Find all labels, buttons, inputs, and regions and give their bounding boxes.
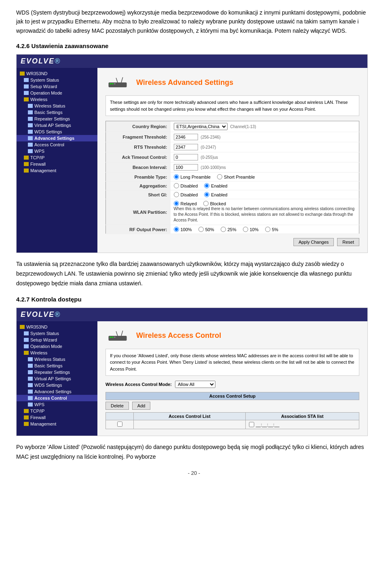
sidebar-tcpip-2[interactable]: TCP/IP (17, 408, 97, 414)
sidebar-wps-1[interactable]: WPS (17, 148, 97, 154)
aggregation-disabled-label[interactable]: Disabled (174, 183, 198, 188)
label-rts: RTS Threshold: (106, 142, 171, 152)
evolve-logo-2: EVOLVE® (21, 310, 61, 319)
doc-icon (28, 130, 33, 134)
sidebar-operation-mode-1[interactable]: Operation Mode (17, 90, 97, 96)
doc-icon (28, 136, 33, 140)
sidebar-setup-wizard-1[interactable]: Setup Wizard (17, 83, 97, 90)
ac-mode-select[interactable]: Allow All (175, 381, 215, 388)
sidebar-wireless-2[interactable]: Wireless (17, 350, 97, 356)
ac-mode-label: Wireless Access Control Mode: (105, 382, 172, 387)
preamble-long-label[interactable]: Long Preamble (174, 174, 211, 179)
rf-50-radio[interactable] (198, 227, 204, 232)
advanced-settings-screenshot: EVOLVE® WR353ND System Status Setup Wiza… (16, 54, 368, 253)
para-1: Ta ustawienia są przeznaczone tylko dla … (16, 259, 372, 288)
table-row-rf: RF Output Power: 100% 50% 25% (106, 225, 359, 234)
value-fragment: (256-2346) (171, 132, 359, 142)
sidebar-system-status-2[interactable]: System Status (17, 330, 97, 337)
info-box-1: These settings are only for more technic… (105, 95, 359, 116)
ac-checkbox-1[interactable] (117, 422, 122, 427)
sidebar-management-2[interactable]: Management (17, 421, 97, 427)
sidebar-virtual-ap-1[interactable]: Virtual AP Settings (17, 122, 97, 129)
sidebar-model-2: WR353ND (17, 324, 97, 330)
aggregation-enabled-label[interactable]: Enabled (204, 183, 227, 188)
value-aggregation: Disabled Enabled (171, 181, 359, 190)
rf-100-label[interactable]: 100% (174, 227, 192, 232)
delete-button[interactable]: Delete (105, 402, 129, 410)
ack-input[interactable] (174, 154, 198, 160)
table-row-country: Country Region: ETSI,Argentina,China Cha… (106, 121, 359, 132)
table-row-aggregation: Aggregation: Disabled Enabled (106, 181, 359, 190)
rts-input[interactable] (174, 144, 198, 150)
short-gi-enabled-label[interactable]: Enabled (204, 192, 227, 197)
sidebar-tcpip-1[interactable]: TCP/IP (17, 154, 97, 161)
sidebar-wireless-status-1[interactable]: Wireless Status (17, 103, 97, 109)
ack-hint: (0-255)us (201, 155, 218, 160)
ac-sta-check-1[interactable] (249, 422, 254, 427)
sidebar-wps-2[interactable]: WPS (17, 401, 97, 408)
folder-icon (24, 169, 29, 173)
rf-10-radio[interactable] (243, 227, 248, 232)
sidebar-repeater-2[interactable]: Repeater Settings (17, 369, 97, 375)
page-title-text-2: Wireless Access Control (136, 331, 221, 340)
sidebar-virtual-ap-2[interactable]: Virtual AP Settings (17, 375, 97, 382)
sidebar-wireless-1[interactable]: Wireless (17, 96, 97, 103)
wlan-blocked-radio[interactable] (203, 201, 209, 206)
sidebar-basic-settings-2[interactable]: Basic Settings (17, 362, 97, 369)
aggregation-enabled-radio[interactable] (204, 183, 209, 188)
country-select[interactable]: ETSI,Argentina,China (174, 123, 228, 130)
access-control-screenshot: EVOLVE® WR353ND System Status Setup Wiza… (16, 308, 368, 436)
ac-row1-check[interactable] (106, 420, 134, 429)
rf-25-radio[interactable] (221, 227, 226, 232)
rf-10-label[interactable]: 10% (243, 227, 259, 232)
folder-icon-2 (20, 325, 25, 329)
doc-icon (24, 78, 29, 82)
rf-5-label[interactable]: 5% (265, 227, 278, 232)
rf-radio-group: 100% 50% 25% 10% (174, 227, 356, 232)
value-preamble: Long Preamble Short Preamble (171, 173, 359, 181)
preamble-long-radio[interactable] (174, 174, 179, 179)
sidebar-advanced-settings-1[interactable]: Advanced Settings (17, 135, 97, 141)
rf-50-label[interactable]: 50% (198, 227, 214, 232)
folder-icon (24, 97, 29, 101)
beacon-hint: (100-1000)ms (201, 165, 226, 170)
table-row-beacon: Beacon Interval: (100-1000)ms (106, 162, 359, 173)
sidebar-firewall-2[interactable]: Firewall (17, 414, 97, 421)
short-gi-disabled-label[interactable]: Disabled (174, 192, 198, 197)
ac-table-row-1: __:__:__:__ (106, 420, 359, 429)
sidebar-operation-mode-2[interactable]: Operation Mode (17, 343, 97, 350)
preamble-short-label[interactable]: Short Preamble (217, 174, 255, 179)
add-button[interactable]: Add (132, 402, 151, 410)
apply-button-1[interactable]: Apply Changes (293, 238, 334, 246)
sidebar-system-status-1[interactable]: System Status (17, 77, 97, 83)
sidebar-management-1[interactable]: Management (17, 167, 97, 174)
sidebar-setup-wizard-2[interactable]: Setup Wizard (17, 337, 97, 343)
preamble-short-radio[interactable] (217, 174, 222, 179)
sidebar-firewall-1[interactable]: Firewall (17, 161, 97, 167)
rf-5-radio[interactable] (265, 227, 270, 232)
sidebar-repeater-1[interactable]: Repeater Settings (17, 116, 97, 122)
sidebar-access-control-1[interactable]: Access Control (17, 141, 97, 148)
short-gi-disabled-radio[interactable] (174, 192, 179, 197)
sidebar-wds-2[interactable]: WDS Settings (17, 382, 97, 388)
rf-100-radio[interactable] (174, 227, 179, 232)
label-aggregation: Aggregation: (106, 181, 171, 190)
aggregation-disabled-radio[interactable] (174, 183, 179, 188)
rf-25-label[interactable]: 25% (221, 227, 236, 232)
fragment-input[interactable] (174, 134, 198, 140)
sidebar-wds-1[interactable]: WDS Settings (17, 129, 97, 135)
sidebar-wireless-status-2[interactable]: Wireless Status (17, 356, 97, 362)
short-gi-enabled-radio[interactable] (204, 192, 209, 197)
sidebar-access-control-2[interactable]: Access Control (17, 395, 97, 401)
sidebar-advanced-settings-2[interactable]: Advanced Settings (17, 388, 97, 395)
reset-button-1[interactable]: Reset (337, 238, 359, 246)
wlan-relayed-label[interactable]: Relayed (174, 201, 197, 206)
wlan-blocked-label[interactable]: Blocked (203, 201, 226, 206)
ac-row1-sta-content: __:__:__:__ (249, 422, 356, 427)
value-country[interactable]: ETSI,Argentina,China Channel(1-13) (171, 121, 359, 132)
sidebar-basic-settings-1[interactable]: Basic Settings (17, 109, 97, 116)
svg-line-5 (121, 77, 123, 82)
beacon-input[interactable] (174, 164, 198, 171)
wlan-relayed-radio[interactable] (174, 201, 179, 206)
value-rf: 100% 50% 25% 10% (171, 225, 359, 234)
